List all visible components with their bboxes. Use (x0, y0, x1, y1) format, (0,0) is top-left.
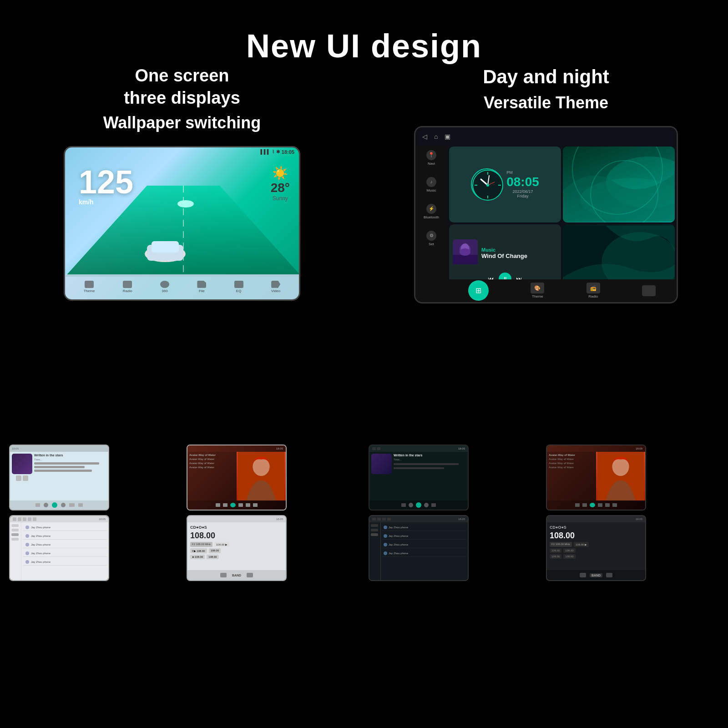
dark-p4[interactable]: 108.00 (550, 554, 561, 559)
dark-preset-f2[interactable]: F2 108.00 MHz (550, 542, 572, 547)
r-prev[interactable] (220, 573, 227, 577)
preset-f2[interactable]: F2 108.00 MHz (190, 542, 212, 547)
wallpaper-card (563, 147, 675, 222)
dc4-avatar (384, 551, 387, 555)
v-ctrl4[interactable] (246, 503, 250, 507)
home-icon[interactable]: ⌂ (434, 133, 438, 140)
mini-list-icon[interactable] (69, 503, 75, 507)
dv-c4[interactable] (605, 503, 610, 507)
dark-band-btn[interactable]: BAND (590, 573, 602, 577)
preset5[interactable]: 108.00 (207, 555, 218, 559)
video-dark-main: Avatar-Way of Water Avatar-Way of Water … (547, 452, 645, 500)
dark-preset-r1[interactable]: 108.00 ▶ (574, 542, 589, 547)
right-nav-theme[interactable]: 🎨 Theme (531, 283, 544, 298)
mini-next-light[interactable] (61, 503, 66, 507)
mini-radio-dark: 18:05 CD●O●S 108.00 F2 108.00 MHz 108.00… (546, 515, 646, 581)
wave-background (563, 147, 675, 222)
dv-c5[interactable] (612, 503, 617, 507)
dv-play[interactable] (590, 503, 595, 507)
mini-prev-light[interactable] (44, 503, 48, 507)
r-next[interactable] (247, 573, 253, 577)
v-ctrl1[interactable] (216, 503, 220, 507)
nav-theme[interactable]: Theme (84, 281, 95, 293)
file-icon (197, 281, 206, 288)
mini-radio-light: 18:05 CD●O●S 108.00 F2 108.00 MHz 108.00… (187, 515, 287, 581)
dm-next[interactable] (424, 503, 429, 507)
v-ctrl5[interactable] (253, 503, 258, 507)
nav-video[interactable]: Video (271, 281, 280, 293)
mini-left-dark (371, 454, 392, 499)
dm-ctrl2[interactable] (431, 503, 436, 507)
device-nav: Theme Radio 360 File (65, 274, 299, 299)
contact4[interactable]: Jay Zhou phone (23, 550, 107, 557)
dti1 (372, 447, 376, 450)
dv-c2[interactable] (582, 503, 587, 507)
nav-radio[interactable]: Radio (123, 281, 132, 293)
back-icon[interactable]: ◁ (422, 133, 427, 140)
radio-presets3: ►108.00 108.00 (190, 555, 283, 559)
dr-prev[interactable] (580, 573, 586, 577)
song-name: Wind Of Change (481, 253, 527, 259)
mini-menu-icon[interactable] (35, 503, 40, 507)
radio-body-light: CD●O●S 108.00 F2 108.00 MHz 108.00 ▶ F▶ … (187, 522, 286, 570)
v-ctrl2[interactable] (223, 503, 228, 507)
c-icon1 (13, 517, 16, 521)
album-svg (453, 239, 478, 264)
dci2 (377, 518, 381, 521)
mini-play-light[interactable] (52, 502, 57, 508)
preset3[interactable]: 108.00 (209, 548, 221, 553)
contact3[interactable]: Jay Zhou phone (23, 541, 107, 548)
right-nav-radio[interactable]: 📻 Radio (586, 283, 600, 298)
dark-p2[interactable]: 108.00 (550, 548, 561, 553)
digital-time: 08:05 (506, 175, 539, 189)
nav-eq[interactable]: EQ (234, 281, 243, 293)
dm-prev[interactable] (409, 503, 413, 507)
video-dark-topbar: 18:05 (547, 445, 645, 452)
dark-contact3[interactable]: Jay Zhou phone (382, 541, 466, 548)
bluetooth-icon: ✱ (276, 149, 280, 154)
sidebar-navi[interactable]: 📍 Navi (426, 150, 436, 166)
preset-r1[interactable]: 108.00 ▶ (214, 542, 229, 547)
radio-freq-label: CD●O●S (190, 525, 283, 530)
dark-p5[interactable]: 108.00 (563, 554, 575, 559)
dr-next[interactable] (606, 573, 612, 577)
nav-file[interactable]: File (197, 281, 206, 293)
mini-settings-icon[interactable] (78, 503, 83, 507)
recent-icon[interactable]: ▣ (445, 133, 450, 140)
contact5[interactable]: Jay Zhou phone (23, 558, 107, 566)
bottom-left-grid: 18:05 Written in the stars Tinie (9, 445, 364, 581)
preset4[interactable]: ►108.00 (190, 555, 205, 559)
svg-rect-20 (453, 255, 478, 264)
dv-c3[interactable] (598, 503, 602, 507)
contact2[interactable]: Jay Zhou phone (23, 532, 107, 540)
apps-icon[interactable]: ⊞ (468, 280, 489, 301)
dark-contact4[interactable]: Jay Zhou phone (382, 550, 466, 557)
c-icon2 (18, 517, 21, 521)
dark-p3[interactable]: 108.00 (563, 548, 575, 553)
dv-c1[interactable] (575, 503, 580, 507)
sidebar-music[interactable]: ♪ Music (426, 177, 436, 192)
road-svg (65, 186, 299, 277)
dark-contacts-sidebar (369, 522, 381, 580)
nav-theme-label: Theme (84, 289, 95, 293)
sidebar-settings[interactable]: ⚙ Set (426, 231, 436, 246)
dark-contact2[interactable]: Jay Zhou phone (382, 532, 466, 540)
nav-360[interactable]: 360 (160, 281, 169, 293)
dm-ctrl1[interactable] (401, 503, 406, 507)
clock-svg (472, 169, 504, 201)
sidebar-bluetooth[interactable]: ⚡ Bluetooth (424, 204, 439, 219)
dark-contact1[interactable]: Jay Zhou phone (382, 524, 466, 531)
mini-line1 (34, 462, 99, 465)
radio-nav-label: Radio (588, 294, 598, 298)
right-nav-more[interactable] (642, 285, 656, 296)
band-btn[interactable]: BAND (230, 573, 243, 577)
dc3-avatar (384, 543, 387, 546)
v-play[interactable] (230, 503, 236, 507)
radio-topbar-light: 18:05 (187, 516, 286, 522)
contact1[interactable]: Jay Zhou phone (23, 524, 107, 531)
left-feature-title: One screenthree displays (124, 65, 240, 110)
preset2[interactable]: F▶ 108.00 (190, 548, 207, 553)
mini-contacts-content: 18:05 Jay Zhou phone (10, 516, 108, 580)
v-ctrl3[interactable] (238, 503, 243, 507)
dm-play[interactable] (416, 502, 421, 508)
